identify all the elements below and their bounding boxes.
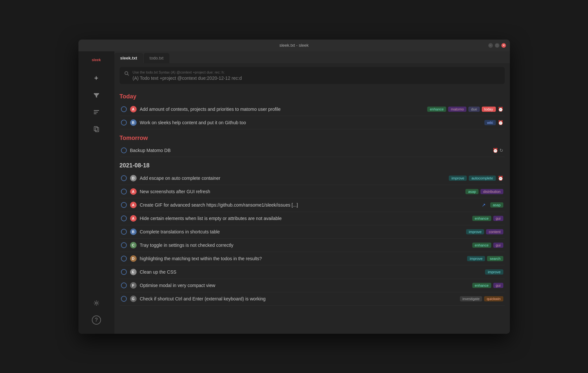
tag: investigate [460, 296, 482, 301]
maximize-button[interactable]: □ [495, 43, 499, 48]
tag: enhance [427, 107, 446, 112]
todo-text: Complete translations in shortcuts table [140, 229, 462, 234]
todo-checkbox[interactable] [121, 256, 127, 262]
minimize-button[interactable]: − [488, 43, 493, 48]
section-header: Today [120, 88, 505, 103]
tab-todo[interactable]: todo.txt [144, 53, 170, 63]
todo-item: BComplete translations in shortcuts tabl… [120, 225, 505, 239]
section-header: Tomorrow [120, 129, 505, 144]
recur-icon: ↻ [499, 148, 503, 153]
priority-badge: A [130, 188, 137, 195]
todo-text: Add escape on auto complete container [140, 176, 445, 181]
todo-tags: investigatequickwin [459, 296, 503, 301]
todo-text: Optimise modal in very compact view [140, 283, 468, 288]
todo-checkbox[interactable] [121, 189, 127, 195]
priority-badge: B [130, 119, 137, 126]
sidebar: sleek + [78, 51, 114, 334]
todo-item: AAdd amount of contexts, projects and pr… [120, 103, 505, 116]
todo-checkbox[interactable] [121, 106, 127, 112]
priority-badge: B [130, 229, 137, 235]
todo-text: Create GIF for advanced search https://g… [140, 202, 477, 208]
todo-tags: wiki⏰ [483, 120, 503, 125]
todo-tags: enhancegui [471, 243, 503, 248]
todo-item: CTray toggle in settings is not checked … [120, 239, 505, 252]
due-icon: ⏰ [498, 120, 503, 125]
todo-list: TodayAAdd amount of contexts, projects a… [114, 88, 510, 334]
todo-checkbox[interactable] [121, 120, 127, 126]
todo-text: Work on sleeks help content and put it o… [140, 120, 480, 125]
todo-checkbox[interactable] [121, 202, 127, 208]
todo-item: Dhighlighting the matching text within t… [120, 252, 505, 265]
tab-sleek[interactable]: sleek.txt [114, 53, 143, 63]
todo-checkbox[interactable] [121, 296, 127, 302]
tag: enhance [472, 216, 491, 221]
priority-badge: A [130, 202, 137, 208]
due-icon: ⏰ [493, 148, 498, 153]
tag: improve [467, 256, 485, 261]
help-button[interactable]: ? [92, 315, 101, 325]
todo-text: Backup Matomo DB [130, 148, 488, 153]
files-button[interactable] [89, 122, 104, 136]
todo-checkbox[interactable] [121, 269, 127, 275]
filter-button[interactable] [89, 88, 104, 102]
tabs-bar: sleek.txt todo.txt [114, 51, 510, 63]
todo-text: Clean up the CSS [140, 269, 481, 275]
settings-button[interactable] [89, 296, 104, 310]
add-button[interactable]: + [89, 71, 104, 85]
window-controls: − □ ✕ [488, 43, 506, 48]
svg-line-7 [127, 74, 129, 76]
tag: gui [493, 243, 503, 248]
search-input-area[interactable]: Use the todo.txt Syntax (A) @context +pr… [120, 67, 505, 84]
svg-rect-3 [94, 127, 97, 131]
section-header: 2021-08-18 [120, 157, 505, 172]
todo-tags: enhancegui [471, 216, 503, 221]
svg-rect-0 [94, 110, 99, 111]
priority-badge: D [130, 255, 137, 262]
todo-item: FOptimise modal in very compact viewenha… [120, 279, 505, 292]
tag-extra: due [468, 107, 479, 112]
tag: gui [493, 216, 503, 221]
tag: asap [490, 202, 503, 208]
todo-tags: improvesearch [466, 256, 503, 261]
titlebar: sleek.txt - sleek − □ ✕ [78, 40, 510, 51]
todo-tags: improvecontent [465, 229, 503, 234]
tag: wiki [484, 120, 496, 125]
tag: quickwin [484, 296, 503, 301]
app-window: sleek.txt - sleek − □ ✕ sleek + [78, 40, 510, 334]
todo-tags: asapdistribution [464, 189, 503, 194]
priority-badge: A [130, 106, 137, 112]
tag: improve [449, 176, 467, 181]
todo-text: Add amount of contexts, projects and pri… [140, 107, 423, 112]
search-bar: Use the todo.txt Syntax (A) @context +pr… [114, 63, 510, 88]
todo-text: highlighting the matching text within th… [140, 256, 463, 261]
todo-tags: enhancegui [471, 283, 503, 288]
search-placeholder: (A) Todo text +project @context due:2020… [133, 76, 500, 81]
tag: enhance [472, 243, 491, 248]
tag: improve [466, 229, 484, 234]
external-link-icon[interactable]: ↗ [482, 202, 486, 208]
sort-button[interactable] [89, 105, 104, 119]
search-hint: Use the todo.txt Syntax (A) @context +pr… [133, 70, 500, 74]
close-button[interactable]: ✕ [501, 43, 506, 48]
tag: matomo [448, 107, 466, 112]
todo-item: ANew screenshots after GUI refreshasapdi… [120, 185, 505, 198]
todo-tags: improve [484, 269, 503, 275]
todo-item: AHide certain elements when list is empt… [120, 212, 505, 225]
todo-checkbox[interactable] [121, 229, 127, 235]
todo-text: Tray toggle in settings is not checked c… [140, 243, 468, 248]
todo-text: Check if shortcut Ctrl and Enter (extern… [140, 296, 455, 301]
todo-text: Hide certain elements when list is empty… [140, 216, 468, 221]
due-icon: ⏰ [498, 176, 503, 181]
todo-checkbox[interactable] [121, 282, 127, 288]
todo-checkbox[interactable] [121, 175, 127, 181]
priority-badge: F [130, 282, 137, 289]
todo-checkbox[interactable] [121, 215, 127, 221]
todo-checkbox[interactable] [121, 242, 127, 248]
priority-badge: D [130, 175, 137, 181]
todo-item: GCheck if shortcut Ctrl and Enter (exter… [120, 292, 505, 306]
svg-rect-1 [94, 112, 98, 112]
todo-tags: asap [489, 202, 503, 208]
todo-checkbox[interactable] [121, 147, 127, 153]
priority-badge: A [130, 215, 137, 222]
tag: search [487, 256, 503, 261]
